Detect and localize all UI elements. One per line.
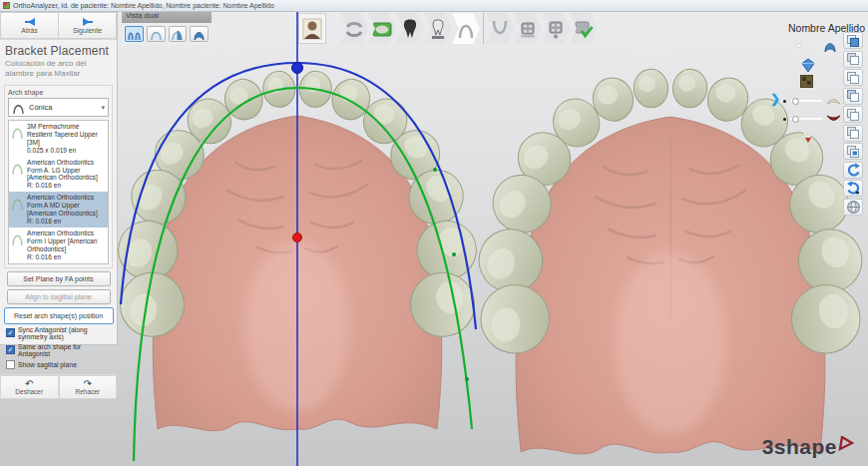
dark-tooth-icon [400, 18, 420, 40]
back-label: Atrás [21, 27, 37, 34]
fit-arrow-icon[interactable] [800, 130, 816, 145]
app-icon [3, 2, 10, 9]
lower-jaw-opacity-slider[interactable] [790, 118, 822, 120]
quality-row [788, 56, 840, 74]
wire-list: 3M Permachrome Resilient Tapered Upper [… [8, 120, 109, 264]
step-patient-photo[interactable] [298, 13, 326, 44]
globe-view-button[interactable] [843, 199, 863, 216]
align-sagittal-button[interactable]: Align to sagittal plane [7, 289, 111, 304]
visibility-dot[interactable] [796, 43, 801, 48]
option-label: Show sagittal plane [18, 361, 77, 368]
view-mode-solid-button[interactable] [190, 26, 209, 42]
arch-shape-value: Cónica [29, 103, 97, 112]
upper-jaw-icon [826, 95, 841, 106]
slider-dot [783, 118, 786, 121]
wire-item-selected[interactable]: American Orthodontics Form A MD Upper [A… [9, 192, 108, 228]
slider-thumb[interactable] [792, 116, 799, 123]
toolbar-divider [483, 13, 484, 44]
wire-item[interactable]: American Orthodontics Form I Upper [Amer… [9, 228, 108, 263]
wire-arch-icon [11, 159, 24, 176]
arch-shape-label: Arch shape [8, 89, 109, 96]
undo-redo-row: ↶ Deshacer ↷ Rehacer [0, 374, 117, 399]
bracket-icon [518, 18, 538, 40]
rotate-ccw-button[interactable] [843, 162, 863, 179]
next-button[interactable]: Siguiente [59, 12, 117, 39]
slider-thumb[interactable] [792, 98, 799, 105]
split-layout-icon [846, 34, 860, 48]
copy-view-icon [846, 71, 860, 85]
wire-name: American Orthodontics Form A MD Upper [A… [27, 194, 98, 217]
option-label: Same arch shape for Antagonist [18, 343, 113, 357]
copy-view-button[interactable] [843, 125, 863, 142]
arch-top-handle[interactable] [292, 63, 303, 74]
arch-outline-icon [12, 100, 25, 115]
reset-arch-button[interactable]: Reset arch shape(s) position [4, 307, 114, 324]
copy-view-icon [846, 108, 860, 122]
vista-dual-panel: Vista dual [122, 10, 212, 45]
fit-view-row [788, 128, 840, 146]
show-sagittal-checkbox-row[interactable]: Show sagittal plane [0, 358, 117, 370]
upper-jaw-opacity-slider[interactable] [790, 100, 822, 102]
wire-item[interactable]: 3M Permachrome Resilient Tapered Upper [… [9, 121, 108, 157]
split-layout-button[interactable] [843, 32, 863, 49]
lower-jaw-icon [826, 114, 841, 125]
set-plane-button[interactable]: Set Plane by FA points [7, 271, 111, 286]
view-mode-dual-button[interactable] [125, 26, 144, 42]
checkbox-checked-icon[interactable]: ✓ [6, 328, 15, 337]
wizard-nav: Atrás Siguiente [0, 12, 117, 40]
redo-button[interactable]: ↷ Rehacer [59, 375, 118, 399]
wire-arch-icon [11, 230, 24, 246]
sync-antagonist-checkbox-row[interactable]: ✓ Sync Antagonist (along symmetry axis) [0, 324, 117, 341]
copy-view-icon [846, 126, 860, 140]
tooth [633, 68, 670, 110]
view-mode-single-button[interactable] [147, 26, 166, 42]
title-bar: OrthoAnalyzer, Id. de paciente: Nombre A… [0, 0, 868, 12]
wire-size: 0.025 x 0.019 en [27, 147, 76, 154]
back-arrow-icon [25, 18, 35, 26]
lower-jaw-slider-row [788, 110, 840, 128]
tooth-base-icon [428, 18, 448, 40]
brand-triangle-icon [838, 436, 854, 452]
arch-shape-dropdown[interactable]: Cónica ▾ [8, 98, 109, 117]
view-mode-half-button[interactable] [169, 26, 188, 42]
arch-control-point[interactable] [433, 168, 437, 172]
wire-size: R: 0.016 en [27, 218, 61, 225]
tool-sidebar: Atrás Siguiente Bracket Placement Coloca… [0, 12, 118, 345]
scan-box-icon [372, 18, 392, 40]
redo-arrow-icon: ↷ [84, 379, 92, 388]
wire-name: 3M Permachrome Resilient Tapered Upper [… [27, 123, 98, 146]
symmetry-center-handle[interactable] [293, 233, 302, 242]
upper-jaw-slider-row [788, 92, 840, 110]
texture-icon[interactable] [800, 75, 813, 88]
tooth [671, 68, 709, 110]
half-arch-icon [170, 28, 185, 41]
arch-control-point[interactable] [465, 377, 469, 381]
arch-control-point[interactable] [452, 252, 456, 256]
texture-row [788, 74, 840, 92]
copy-view-button[interactable] [843, 88, 863, 105]
copy-view-icon [846, 89, 860, 103]
gem-icon[interactable] [800, 58, 816, 73]
wire-item[interactable]: American Orthodontics Form A. LG Upper [… [9, 157, 108, 193]
checkbox-checked-icon[interactable]: ✓ [6, 345, 15, 354]
wire-name: American Orthodontics Form I Upper [Amer… [27, 230, 97, 252]
copy-view-badge-button[interactable] [843, 143, 863, 160]
copy-view-button[interactable] [843, 106, 863, 123]
undo-button[interactable]: ↶ Deshacer [0, 375, 59, 399]
undo-arrow-icon: ↶ [25, 379, 33, 388]
jaw-model-icon[interactable] [822, 38, 838, 54]
globe-icon [846, 200, 861, 215]
copy-view-badge-icon [846, 145, 860, 159]
model-row [788, 38, 840, 56]
redo-label: Rehacer [75, 388, 100, 395]
back-button[interactable]: Atrás [0, 12, 59, 39]
rotate-cw-button[interactable] [843, 180, 863, 197]
checkbox-unchecked-icon[interactable] [6, 360, 15, 369]
dental-models-canvas[interactable] [0, 0, 868, 466]
wire-size: R: 0.016 en [27, 182, 61, 189]
same-arch-shape-checkbox-row[interactable]: ✓ Same arch shape for Antagonist [0, 341, 117, 358]
expand-panel-chevron-icon[interactable]: ❯ [770, 92, 780, 106]
copy-view-button[interactable] [843, 69, 863, 86]
patient-photo-icon [302, 18, 322, 40]
copy-view-button[interactable] [843, 51, 863, 68]
